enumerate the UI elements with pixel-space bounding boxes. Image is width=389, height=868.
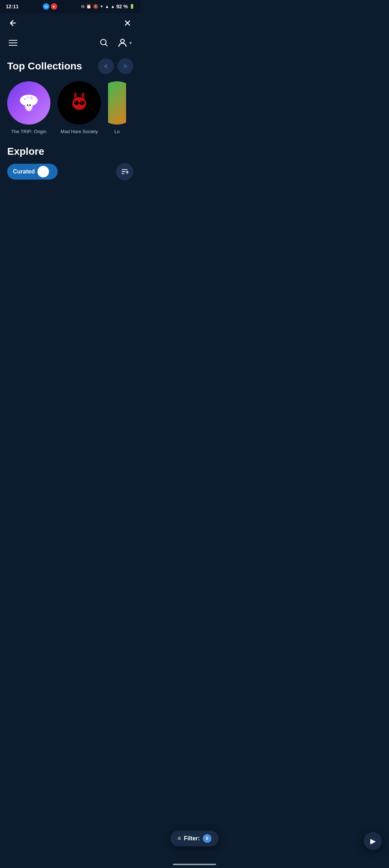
- search-button[interactable]: [98, 36, 110, 50]
- dropdown-chevron-icon: ▾: [129, 40, 132, 46]
- collection-name-partial: Lo: [115, 129, 120, 134]
- top-nav: [0, 13, 140, 33]
- explore-section: Explore Curated: [0, 143, 140, 186]
- header-controls: ▾: [0, 33, 140, 55]
- collection-name-mad-hare: Mad Hare Society: [61, 129, 98, 134]
- svg-point-4: [24, 98, 26, 100]
- hamburger-line-3: [9, 45, 17, 46]
- menu-button[interactable]: [7, 39, 19, 47]
- svg-rect-15: [78, 108, 79, 109]
- do-not-disturb-icon: ⊖: [81, 4, 85, 9]
- close-icon: [123, 19, 132, 27]
- rabbit-skull-icon: [67, 90, 92, 116]
- top-collections-title: Top Collections: [7, 60, 82, 72]
- battery-level: 92 %: [116, 4, 128, 9]
- collection-item-partial[interactable]: Lo: [108, 81, 126, 134]
- svg-point-6: [27, 96, 28, 98]
- messages-icon: ✉: [43, 3, 49, 10]
- status-time: 12:11: [6, 4, 19, 9]
- curated-label: Curated: [13, 168, 35, 175]
- svg-point-13: [75, 102, 76, 103]
- svg-point-11: [74, 101, 79, 105]
- svg-point-7: [25, 101, 33, 111]
- back-arrow-icon: [9, 19, 17, 27]
- heart-icon: ♥: [51, 3, 57, 10]
- svg-point-9: [29, 104, 31, 106]
- svg-point-5: [30, 96, 33, 100]
- wifi-icon: ▲: [105, 4, 109, 9]
- collections-row: The TRIP: Origin: [0, 81, 140, 143]
- profile-icon: [117, 37, 128, 48]
- collection-nav-arrows: < >: [98, 58, 133, 74]
- profile-button[interactable]: ▾: [116, 36, 133, 50]
- collection-avatar-partial: [108, 81, 126, 125]
- collection-avatar-mad-hare: [58, 81, 101, 125]
- svg-point-8: [27, 104, 28, 106]
- status-bar: 12:11 ✉ ♥ ⊖ ⏰ 🔕 ✶ ▲ ▲ 92 % 🔋: [0, 0, 140, 13]
- top-collections-header: Top Collections < >: [0, 55, 140, 81]
- header-right: ▾: [98, 36, 133, 50]
- svg-rect-16: [80, 108, 81, 109]
- status-apps: ✉ ♥: [43, 3, 57, 10]
- sort-icon: [121, 168, 129, 176]
- explore-controls: Curated: [7, 163, 133, 180]
- svg-point-1: [121, 39, 124, 43]
- close-button[interactable]: [122, 17, 133, 29]
- prev-collection-button[interactable]: <: [98, 58, 114, 74]
- curated-toggle[interactable]: Curated: [7, 164, 58, 180]
- hamburger-line-1: [9, 40, 17, 41]
- sort-button[interactable]: [116, 163, 133, 180]
- mushroom-wizard-icon: [16, 90, 41, 116]
- back-button[interactable]: [7, 17, 19, 29]
- bluetooth-icon: ✶: [100, 4, 103, 9]
- collection-name-trip: The TRIP: Origin: [11, 129, 46, 134]
- hamburger-line-2: [9, 42, 17, 43]
- battery-icon: 🔋: [129, 4, 135, 9]
- status-icons: ⊖ ⏰ 🔕 ✶ ▲ ▲ 92 % 🔋: [81, 4, 135, 9]
- search-icon: [99, 38, 108, 47]
- signal-icon: ▲: [111, 4, 115, 9]
- svg-point-14: [81, 102, 82, 103]
- explore-title: Explore: [7, 146, 133, 157]
- mute-icon: 🔕: [93, 4, 98, 9]
- collection-item-trip[interactable]: The TRIP: Origin: [7, 81, 50, 134]
- toggle-knob: [37, 166, 49, 177]
- alarm-icon: ⏰: [86, 4, 91, 9]
- svg-point-12: [80, 101, 85, 105]
- collection-avatar-trip: [7, 81, 50, 125]
- collection-item-mad-hare[interactable]: Mad Hare Society: [58, 81, 101, 134]
- next-collection-button[interactable]: >: [117, 58, 133, 74]
